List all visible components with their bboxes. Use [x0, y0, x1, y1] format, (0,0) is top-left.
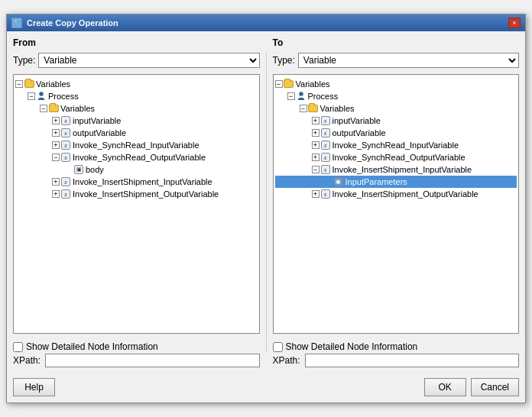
tree-node-label: Invoke_SynchRead_InputVariable — [332, 141, 459, 150]
tree-node-label: Variables — [36, 79, 70, 89]
expand-icon[interactable]: − — [287, 92, 295, 100]
tree-row[interactable]: + x outputVariable — [15, 127, 258, 139]
to-tree[interactable]: − Variables − P — [273, 74, 520, 334]
from-xpath-input[interactable] — [45, 354, 260, 367]
expand-icon[interactable]: − — [275, 80, 283, 88]
tree-node-label: Variables — [60, 104, 95, 113]
from-show-detailed-label: Show Detailed Node Information — [26, 341, 158, 352]
from-panel: From Type: Variable − Variables — [13, 37, 260, 367]
tree-row[interactable]: + x Invoke_InsertShipment_OutputVariable — [15, 188, 258, 200]
tree-node-label: Invoke_InsertShipment_OutputVariable — [332, 189, 478, 199]
expand-icon[interactable]: + — [312, 154, 320, 161]
dialog-icon — [11, 18, 22, 28]
to-xpath-input[interactable] — [305, 354, 520, 367]
var-icon: x — [60, 115, 71, 126]
expand-icon[interactable]: − — [28, 92, 35, 100]
dialog-title: Create Copy Operation — [27, 18, 118, 27]
body-icon: ▣ — [73, 164, 84, 175]
var-icon: x — [320, 115, 331, 126]
tree-node-label: Invoke_InsertShipment_InputVariable — [332, 165, 472, 174]
tree-row[interactable]: − Process — [15, 90, 258, 102]
from-type-select[interactable]: Variable — [38, 53, 259, 68]
tree-node-label: Variables — [320, 104, 355, 113]
var-icon: x — [320, 152, 331, 163]
expand-icon[interactable]: + — [52, 141, 60, 149]
from-show-detailed-checkbox[interactable] — [13, 342, 23, 352]
expand-icon[interactable]: − — [312, 166, 320, 173]
to-title: To — [273, 37, 520, 48]
panel-divider — [266, 53, 267, 352]
folder-icon — [24, 79, 34, 89]
tree-node-label: Process — [48, 92, 79, 101]
footer: Help OK Cancel — [7, 373, 525, 402]
from-title: From — [13, 37, 260, 48]
tree-row[interactable]: + x inputVariable — [15, 115, 258, 127]
expand-icon[interactable]: − — [40, 105, 47, 112]
expand-icon[interactable]: + — [312, 129, 320, 137]
from-tree[interactable]: − Variables − P — [13, 74, 260, 334]
tree-row[interactable]: + x Invoke_SynchRead_OutputVariable — [275, 151, 517, 163]
from-xpath-label: XPath: — [13, 355, 42, 366]
var-icon: x — [60, 140, 71, 150]
help-button[interactable]: Help — [13, 378, 55, 396]
to-type-label: Type: — [273, 55, 295, 66]
tree-row[interactable]: + x Invoke_SynchRead_InputVariable — [15, 139, 258, 151]
tree-row[interactable]: − x Invoke_SynchRead_OutputVariable — [15, 151, 258, 163]
tree-row[interactable]: + x inputVariable — [275, 115, 517, 127]
close-button[interactable]: × — [508, 18, 521, 28]
dialog: Create Copy Operation × From Type: Varia… — [6, 14, 526, 403]
tree-row[interactable]: + x Invoke_InsertShipment_OutputVariable — [275, 188, 517, 200]
ok-button[interactable]: OK — [424, 378, 466, 396]
folder-icon — [308, 103, 319, 114]
expand-icon[interactable]: + — [52, 129, 60, 137]
cancel-button[interactable]: Cancel — [471, 378, 519, 396]
from-type-label: Type: — [13, 55, 35, 66]
tree-row[interactable]: − Variables — [15, 102, 258, 115]
var-icon: x — [60, 189, 71, 199]
folder-icon — [284, 79, 294, 89]
tree-row[interactable]: ▣ body — [15, 163, 258, 176]
var-icon: x — [60, 152, 71, 163]
tree-node-label: Invoke_SynchRead_InputVariable — [73, 141, 200, 150]
tree-node-label: Invoke_InsertShipment_InputVariable — [73, 177, 212, 186]
tree-row[interactable]: − Variables — [275, 78, 517, 90]
tree-row[interactable]: + x Invoke_SynchRead_InputVariable — [275, 139, 517, 151]
tree-row[interactable]: + x Invoke_InsertShipment_InputVariable — [15, 176, 258, 188]
process-icon — [296, 91, 307, 102]
tree-node-label: inputVariable — [332, 116, 381, 125]
tree-row[interactable]: + x outputVariable — [275, 127, 517, 139]
tree-row[interactable]: − Process — [275, 90, 517, 102]
tree-node-label: Invoke_SynchRead_OutputVariable — [73, 153, 206, 162]
expand-icon[interactable]: + — [312, 141, 320, 149]
var-icon: x — [320, 189, 331, 199]
expand-icon[interactable]: + — [52, 178, 60, 186]
expand-icon[interactable]: − — [300, 105, 307, 112]
var-icon: x — [60, 128, 71, 138]
tree-row-selected[interactable]: ▣ InputParameters — [275, 176, 517, 188]
tree-row[interactable]: − Variables — [275, 102, 517, 115]
process-icon — [36, 91, 47, 102]
expand-icon[interactable]: + — [52, 190, 60, 198]
tree-node-label: inputVariable — [73, 116, 121, 125]
expand-icon[interactable]: − — [52, 154, 60, 161]
var-icon: x — [320, 164, 331, 175]
tree-row[interactable]: − x Invoke_InsertShipment_InputVariable — [275, 163, 517, 176]
tree-node-label: outputVariable — [73, 128, 126, 137]
to-panel: To Type: Variable − Variables — [273, 37, 520, 367]
tree-node-label: Process — [308, 92, 339, 101]
expand-icon[interactable]: − — [15, 80, 23, 88]
to-type-select[interactable]: Variable — [298, 53, 519, 68]
folder-icon — [48, 103, 59, 114]
tree-node-label: Invoke_InsertShipment_OutputVariable — [73, 189, 219, 199]
var-icon: x — [60, 176, 71, 187]
to-show-detailed-checkbox[interactable] — [273, 342, 283, 352]
tree-node-label: body — [86, 165, 104, 174]
expand-icon[interactable]: + — [312, 117, 320, 124]
expand-icon[interactable]: + — [312, 190, 320, 198]
tree-node-label: Invoke_SynchRead_OutputVariable — [332, 153, 466, 162]
tree-node-label: InputParameters — [345, 177, 407, 186]
tree-row[interactable]: − Variables — [15, 78, 258, 90]
tree-node-label: Variables — [296, 79, 330, 89]
title-bar: Create Copy Operation × — [7, 15, 525, 31]
expand-icon[interactable]: + — [52, 117, 60, 124]
